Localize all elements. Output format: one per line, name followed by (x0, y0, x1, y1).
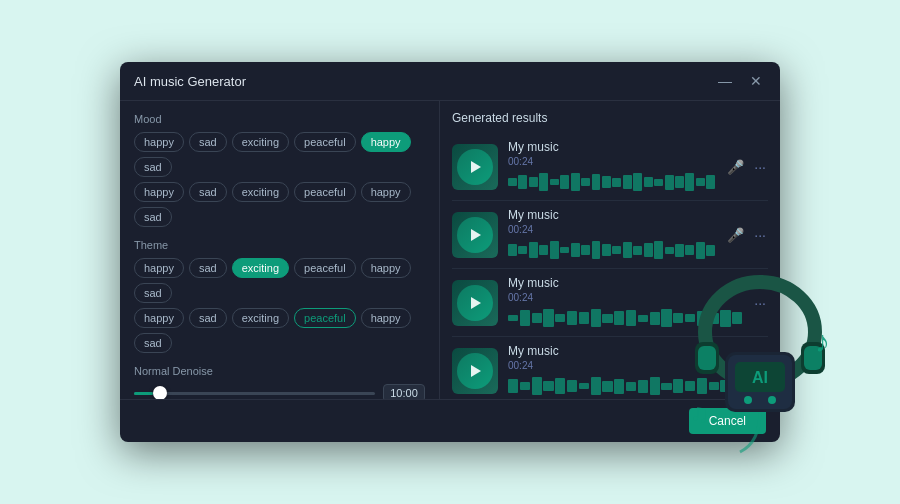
waveform-bar (555, 378, 565, 394)
theme-tag[interactable]: sad (134, 333, 172, 353)
waveform-bar (633, 173, 642, 191)
music-duration: 00:24 (508, 292, 742, 303)
denoise-section: Normal Denoise 10:00 00:10 60:00 (134, 365, 425, 399)
theme-tag-active[interactable]: exciting (232, 258, 289, 278)
waveform-bar (650, 377, 660, 395)
denoise-slider-row: 10:00 (134, 383, 425, 399)
mood-tag-active[interactable]: happy (361, 132, 411, 152)
play-icon (471, 229, 481, 241)
denoise-slider-track-container[interactable] (134, 383, 375, 399)
theme-tag[interactable]: happy (361, 258, 411, 278)
waveform-bar (673, 379, 683, 393)
mood-tag[interactable]: happy (134, 132, 184, 152)
minimize-button[interactable]: — (714, 72, 736, 90)
music-thumb-inner (457, 353, 493, 389)
waveform (508, 307, 742, 329)
cancel-button[interactable]: Cancel (689, 408, 766, 434)
play-icon (471, 365, 481, 377)
theme-tag[interactable]: happy (361, 308, 411, 328)
mood-tag[interactable]: sad (189, 182, 227, 202)
music-actions: 🎤 ··· (725, 157, 768, 177)
waveform-bar (675, 176, 684, 188)
mood-tag[interactable]: sad (189, 132, 227, 152)
waveform-bar (654, 241, 663, 259)
play-icon (471, 297, 481, 309)
waveform-bar (706, 175, 715, 189)
mood-tag[interactable]: peaceful (294, 132, 356, 152)
waveform-bar (520, 382, 530, 390)
theme-tag[interactable]: sad (189, 308, 227, 328)
mood-label: Mood (134, 113, 425, 125)
more-icon[interactable]: ··· (752, 361, 768, 381)
theme-tag[interactable]: exciting (232, 308, 289, 328)
waveform-bar (602, 244, 611, 256)
waveform-bar (633, 246, 642, 255)
music-info: My music 00:24 (508, 344, 742, 397)
mood-row-1: happy sad exciting peaceful happy sad (134, 132, 425, 177)
theme-tag[interactable]: sad (189, 258, 227, 278)
music-thumbnail (452, 212, 498, 258)
more-icon[interactable]: ··· (752, 157, 768, 177)
waveform-bar (732, 377, 742, 395)
theme-tag[interactable]: happy (134, 258, 184, 278)
waveform-bar (623, 175, 632, 189)
waveform (508, 239, 715, 261)
waveform (508, 375, 742, 397)
waveform-bar (650, 312, 660, 325)
music-actions: 🎤 ··· (725, 225, 768, 245)
theme-tag[interactable]: sad (134, 283, 172, 303)
waveform-bar (665, 175, 674, 190)
waveform-bar (685, 381, 695, 391)
svg-rect-3 (801, 342, 825, 374)
mood-tag[interactable]: peaceful (294, 182, 356, 202)
music-info: My music 00:24 (508, 140, 715, 193)
waveform-bar (560, 175, 569, 189)
waveform-bar (638, 315, 648, 322)
dialog-title: AI music Generator (134, 74, 246, 89)
mood-tag[interactable]: happy (134, 182, 184, 202)
music-thumbnail (452, 144, 498, 190)
waveform-bar (543, 381, 553, 391)
play-icon (471, 161, 481, 173)
theme-tag[interactable]: happy (134, 308, 184, 328)
waveform-bar (518, 246, 527, 254)
ai-music-dialog: AI music Generator — ✕ Mood happy sad ex… (120, 62, 780, 442)
waveform-bar (602, 176, 611, 188)
waveform-bar (602, 381, 612, 392)
music-name: My music (508, 344, 742, 358)
waveform-bar (591, 377, 601, 395)
mood-tag[interactable]: happy (361, 182, 411, 202)
waveform-bar (508, 315, 518, 321)
waveform-bar (560, 247, 569, 253)
music-info: My music 00:24 (508, 276, 742, 329)
mood-tag[interactable]: sad (134, 207, 172, 227)
waveform-bar (675, 244, 684, 257)
waveform-bar (579, 383, 589, 389)
waveform-bar (623, 242, 632, 258)
waveform-bar (709, 382, 719, 390)
mood-tag[interactable]: exciting (232, 182, 289, 202)
waveform-bar (539, 173, 548, 191)
denoise-slider-thumb[interactable] (153, 386, 167, 399)
mood-tag[interactable]: sad (134, 157, 172, 177)
music-info: My music 00:24 (508, 208, 715, 261)
denoise-slider-fill (134, 392, 153, 395)
more-icon[interactable]: ··· (752, 225, 768, 245)
waveform-bar (602, 314, 612, 323)
theme-tag[interactable]: peaceful (294, 258, 356, 278)
music-actions: ··· (752, 361, 768, 381)
theme-row-1: happy sad exciting peaceful happy sad (134, 258, 425, 303)
waveform-bar (720, 310, 730, 327)
mic-icon[interactable]: 🎤 (725, 225, 746, 245)
theme-tag-active-outline[interactable]: peaceful (294, 308, 356, 328)
bottom-buttons: Cancel (120, 399, 780, 442)
waveform-bar (591, 309, 601, 327)
close-button[interactable]: ✕ (746, 72, 766, 90)
waveform-bar (518, 175, 527, 189)
results-label: Generated results (452, 111, 768, 125)
mood-tag[interactable]: exciting (232, 132, 289, 152)
waveform-bar (661, 309, 671, 327)
waveform-bar (579, 312, 589, 324)
mic-icon[interactable]: 🎤 (725, 157, 746, 177)
more-icon[interactable]: ··· (752, 293, 768, 313)
